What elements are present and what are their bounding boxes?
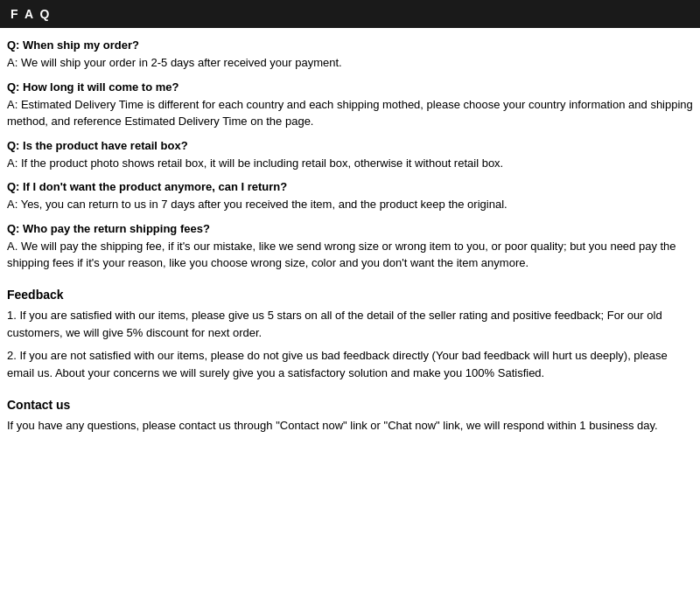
answer-2: A: Estimated Delivery Time is different …: [7, 96, 693, 130]
qa-item-5: Q: Who pay the return shipping fees? A. …: [7, 222, 693, 272]
faq-header: F A Q: [0, 0, 700, 28]
feedback-section: Feedback 1. If you are satisfied with ou…: [7, 288, 693, 383]
contact-section: Contact us If you have any questions, pl…: [7, 398, 693, 435]
question-3: Q: Is the product have retail box?: [7, 139, 693, 152]
feedback-title: Feedback: [7, 288, 693, 302]
answer-1: A: We will ship your order in 2-5 days a…: [7, 54, 693, 72]
answer-4: A: Yes, you can return to us in 7 days a…: [7, 196, 693, 213]
qa-item-2: Q: How long it will come to me? A: Estim…: [7, 80, 693, 130]
main-content: Q: When ship my order? A: We will ship y…: [0, 38, 700, 435]
question-5: Q: Who pay the return shipping fees?: [7, 222, 693, 235]
feedback-item-2: 2. If you are not satisfied with our ite…: [7, 347, 693, 382]
question-2: Q: How long it will come to me?: [7, 80, 693, 94]
qa-item-4: Q: If I don't want the product anymore, …: [7, 180, 693, 213]
contact-text: If you have any questions, please contac…: [7, 417, 693, 435]
feedback-item-1: 1. If you are satisfied with our items, …: [7, 307, 693, 342]
faq-section: Q: When ship my order? A: We will ship y…: [7, 38, 693, 272]
qa-item-3: Q: Is the product have retail box? A: If…: [7, 139, 693, 172]
contact-title: Contact us: [7, 398, 693, 412]
question-1: Q: When ship my order?: [7, 38, 693, 52]
answer-3: A: If the product photo shows retail box…: [7, 155, 693, 172]
answer-5: A. We will pay the shipping fee, if it's…: [7, 238, 693, 272]
qa-item-1: Q: When ship my order? A: We will ship y…: [7, 38, 693, 72]
question-4: Q: If I don't want the product anymore, …: [7, 180, 693, 193]
